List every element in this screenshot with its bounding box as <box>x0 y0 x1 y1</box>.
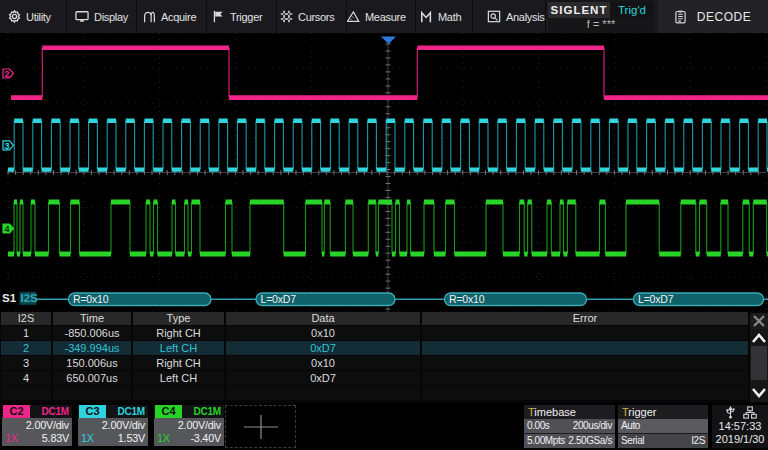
svg-text:L=0xD7: L=0xD7 <box>638 293 674 305</box>
svg-text:4: 4 <box>5 224 10 234</box>
svg-text:3: 3 <box>5 141 10 151</box>
svg-text:S1: S1 <box>2 292 17 304</box>
svg-text:L=0xD7: L=0xD7 <box>261 293 297 305</box>
svg-text:R=0x10: R=0x10 <box>449 293 485 305</box>
svg-text:R=0x10: R=0x10 <box>73 293 109 305</box>
svg-text:I2S: I2S <box>21 292 39 304</box>
svg-text:2: 2 <box>5 69 10 79</box>
